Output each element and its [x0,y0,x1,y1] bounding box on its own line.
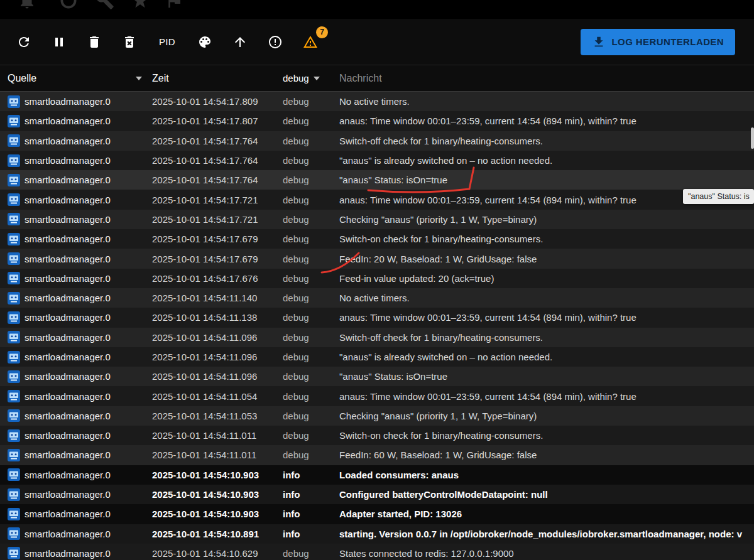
log-severity: debug [283,411,339,421]
log-row[interactable]: smartloadmanager.02025-10-01 14:54:17.72… [0,210,754,229]
log-severity: debug [283,312,339,323]
log-severity: debug [283,136,339,146]
log-time: 2025-10-01 14:54:17.764 [152,155,283,166]
notifications-icon[interactable] [18,0,36,13]
log-row[interactable]: smartloadmanager.02025-10-01 14:54:17.80… [0,92,754,111]
source-column-filter[interactable]: Quelle [8,73,152,84]
log-row[interactable]: smartloadmanager.02025-10-01 14:54:17.76… [0,170,754,190]
log-source-cell: smartloadmanager.0 [8,351,152,363]
log-source-cell: smartloadmanager.0 [8,311,152,324]
log-source-cell: smartloadmanager.0 [8,488,152,501]
log-row[interactable]: smartloadmanager.02025-10-01 14:54:10.90… [0,504,754,524]
delete-log-icon[interactable] [84,29,104,55]
adapter-icon [8,370,20,383]
log-message: Loaded consumers: anaus [339,470,754,480]
log-time: 2025-10-01 14:54:11.138 [152,312,283,323]
log-message: "anaus" Status: isOn=true [339,175,754,185]
log-severity: debug [283,155,339,166]
error-filter-icon[interactable] [265,29,285,55]
log-time: 2025-10-01 14:54:10.903 [152,509,283,519]
log-message: anaus: Time window 00:01–23:59, current … [339,312,754,323]
help-icon[interactable] [59,0,78,13]
log-source-cell: smartloadmanager.0 [8,213,152,225]
log-time: 2025-10-01 14:54:17.809 [152,96,283,107]
log-row[interactable]: smartloadmanager.02025-10-01 14:54:11.13… [0,308,754,327]
wrench-icon[interactable] [96,0,114,13]
log-source-cell: smartloadmanager.0 [8,115,152,127]
log-row[interactable]: smartloadmanager.02025-10-01 14:54:11.09… [0,367,754,386]
refresh-icon[interactable] [14,29,34,55]
log-severity: debug [283,352,339,362]
adapter-icon [8,409,20,422]
log-severity: info [283,529,339,539]
log-source: smartloadmanager.0 [25,548,111,559]
log-source: smartloadmanager.0 [25,430,111,441]
log-row[interactable]: smartloadmanager.02025-10-01 14:54:11.05… [0,406,754,426]
scrollbar-thumb[interactable] [751,127,754,149]
adapter-icon [8,311,20,324]
log-source-cell: smartloadmanager.0 [8,193,152,206]
log-row[interactable]: smartloadmanager.02025-10-01 14:54:11.09… [0,328,754,347]
log-source-cell: smartloadmanager.0 [8,292,152,304]
message-filter-input[interactable]: Nachricht [339,73,754,84]
log-time: 2025-10-01 14:54:10.629 [152,548,283,559]
log-source-cell: smartloadmanager.0 [8,429,152,442]
log-message: Configured batteryControlModeDatapoint: … [339,489,754,500]
log-time: 2025-10-01 14:54:10.891 [152,529,283,539]
log-row[interactable]: smartloadmanager.02025-10-01 14:54:17.76… [0,151,754,170]
log-source-cell: smartloadmanager.0 [8,134,152,147]
log-source-cell: smartloadmanager.0 [8,390,152,402]
log-time: 2025-10-01 14:54:17.764 [152,136,283,146]
warning-filter-icon[interactable]: 7 [300,29,320,55]
adapter-icon [8,233,20,245]
log-severity: debug [283,391,339,402]
pid-toggle[interactable]: PID [155,29,180,55]
log-source: smartloadmanager.0 [25,136,111,146]
log-table-header: Quelle Zeit debug Nachricht [0,65,754,92]
adapter-icon [8,547,20,559]
pause-icon[interactable] [49,29,69,55]
adapter-icon [8,292,20,304]
log-row[interactable]: smartloadmanager.02025-10-01 14:54:11.05… [0,386,754,406]
log-time: 2025-10-01 14:54:17.679 [152,234,283,244]
download-log-button[interactable]: LOG HERUNTERLADEN [581,29,735,55]
log-time: 2025-10-01 14:54:11.053 [152,411,283,421]
adapter-icon [8,449,20,461]
log-row[interactable]: smartloadmanager.02025-10-01 14:54:10.90… [0,485,754,504]
palette-icon[interactable] [195,29,215,55]
clear-log-icon[interactable] [119,29,139,55]
log-row[interactable]: smartloadmanager.02025-10-01 14:54:17.67… [0,249,754,268]
adapter-icon [8,213,20,225]
log-row[interactable]: smartloadmanager.02025-10-01 14:54:17.67… [0,269,754,288]
expert-mode-icon[interactable] [131,0,150,13]
log-severity: info [283,489,339,500]
log-severity: debug [283,96,339,107]
log-message: Checking "anaus" (priority 1, 1 W, Type=… [339,411,754,421]
log-row[interactable]: smartloadmanager.02025-10-01 14:54:11.01… [0,426,754,445]
adapter-icon [8,390,20,402]
log-row[interactable]: smartloadmanager.02025-10-01 14:54:10.89… [0,524,754,544]
log-row[interactable]: smartloadmanager.02025-10-01 14:54:11.09… [0,347,754,367]
severity-filter-select[interactable]: debug [283,73,339,83]
log-row[interactable]: smartloadmanager.02025-10-01 14:54:17.80… [0,111,754,131]
log-source-cell: smartloadmanager.0 [8,154,152,167]
log-toolbar: PID 7 LOG HERUNTERLADEN [0,19,754,65]
log-row[interactable]: smartloadmanager.02025-10-01 14:54:17.76… [0,131,754,151]
log-severity: debug [283,116,339,126]
log-source: smartloadmanager.0 [25,371,111,382]
log-row[interactable]: smartloadmanager.02025-10-01 14:54:17.72… [0,190,754,209]
log-row[interactable]: smartloadmanager.02025-10-01 14:54:10.62… [0,544,754,560]
log-message: starting. Version 0.0.7 in /opt/iobroker… [339,529,754,539]
log-severity: info [283,509,339,519]
log-row[interactable]: smartloadmanager.02025-10-01 14:54:11.14… [0,288,754,308]
log-source-cell: smartloadmanager.0 [8,252,152,265]
log-row[interactable]: smartloadmanager.02025-10-01 14:54:10.90… [0,465,754,485]
log-source: smartloadmanager.0 [25,529,111,539]
log-row[interactable]: smartloadmanager.02025-10-01 14:54:11.01… [0,445,754,465]
log-source: smartloadmanager.0 [25,450,111,460]
scroll-up-icon[interactable] [230,29,250,55]
log-message: Switch-off check for 1 binary/heating-co… [339,136,754,146]
log-row[interactable]: smartloadmanager.02025-10-01 14:54:17.67… [0,229,754,249]
log-message: FeedIn: 20 W, Baseload: 1 W, GridUsage: … [339,254,754,264]
flag-icon[interactable] [165,0,183,13]
